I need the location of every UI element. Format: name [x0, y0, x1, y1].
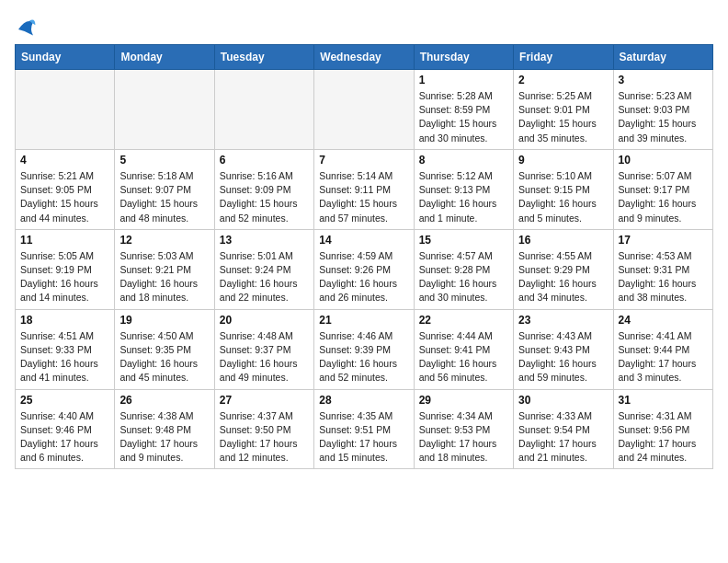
- day-number: 20: [220, 314, 309, 327]
- day-number: 6: [220, 154, 309, 167]
- day-info: Sunrise: 4:34 AM Sunset: 9:53 PM Dayligh…: [419, 409, 508, 465]
- calendar-week-row: 4Sunrise: 5:21 AM Sunset: 9:05 PM Daylig…: [16, 149, 713, 229]
- day-info: Sunrise: 4:53 AM Sunset: 9:31 PM Dayligh…: [619, 249, 708, 305]
- day-info: Sunrise: 4:44 AM Sunset: 9:41 PM Dayligh…: [419, 329, 508, 385]
- calendar-cell: 4Sunrise: 5:21 AM Sunset: 9:05 PM Daylig…: [16, 149, 115, 229]
- day-number: 2: [518, 74, 608, 86]
- day-info: Sunrise: 4:59 AM Sunset: 9:26 PM Dayligh…: [319, 249, 408, 305]
- calendar-cell: [16, 70, 115, 150]
- calendar-cell: 29Sunrise: 4:34 AM Sunset: 9:53 PM Dayli…: [414, 389, 513, 469]
- day-number: 17: [619, 234, 708, 247]
- day-number: 11: [20, 234, 109, 247]
- calendar-cell: 23Sunrise: 4:43 AM Sunset: 9:43 PM Dayli…: [514, 309, 613, 389]
- day-info: Sunrise: 5:03 AM Sunset: 9:21 PM Dayligh…: [119, 249, 209, 305]
- calendar-cell: 25Sunrise: 4:40 AM Sunset: 9:46 PM Dayli…: [16, 389, 115, 469]
- calendar-cell: 30Sunrise: 4:33 AM Sunset: 9:54 PM Dayli…: [514, 389, 613, 469]
- day-info: Sunrise: 5:28 AM Sunset: 8:59 PM Dayligh…: [419, 89, 508, 145]
- day-info: Sunrise: 4:35 AM Sunset: 9:51 PM Dayligh…: [319, 409, 408, 465]
- calendar-cell: 15Sunrise: 4:57 AM Sunset: 9:28 PM Dayli…: [414, 229, 513, 309]
- day-info: Sunrise: 4:48 AM Sunset: 9:37 PM Dayligh…: [220, 329, 309, 385]
- calendar-cell: 27Sunrise: 4:37 AM Sunset: 9:50 PM Dayli…: [214, 389, 313, 469]
- calendar-cell: 14Sunrise: 4:59 AM Sunset: 9:26 PM Dayli…: [314, 229, 414, 309]
- calendar-cell: 24Sunrise: 4:41 AM Sunset: 9:44 PM Dayli…: [613, 309, 712, 389]
- day-info: Sunrise: 4:31 AM Sunset: 9:56 PM Dayligh…: [619, 409, 708, 465]
- calendar-cell: 11Sunrise: 5:05 AM Sunset: 9:19 PM Dayli…: [16, 229, 115, 309]
- day-info: Sunrise: 5:21 AM Sunset: 9:05 PM Dayligh…: [20, 169, 109, 225]
- calendar-cell: 10Sunrise: 5:07 AM Sunset: 9:17 PM Dayli…: [613, 149, 712, 229]
- calendar-cell: 18Sunrise: 4:51 AM Sunset: 9:33 PM Dayli…: [16, 309, 115, 389]
- day-header-wednesday: Wednesday: [314, 45, 414, 70]
- day-info: Sunrise: 4:57 AM Sunset: 9:28 PM Dayligh…: [419, 249, 508, 305]
- day-info: Sunrise: 4:46 AM Sunset: 9:39 PM Dayligh…: [319, 329, 408, 385]
- day-number: 3: [619, 74, 708, 86]
- day-info: Sunrise: 4:33 AM Sunset: 9:54 PM Dayligh…: [518, 409, 608, 465]
- day-info: Sunrise: 5:12 AM Sunset: 9:13 PM Dayligh…: [419, 169, 508, 225]
- day-info: Sunrise: 4:51 AM Sunset: 9:33 PM Dayligh…: [20, 329, 109, 385]
- day-info: Sunrise: 4:50 AM Sunset: 9:35 PM Dayligh…: [119, 329, 209, 385]
- day-number: 10: [619, 154, 708, 167]
- calendar-cell: 21Sunrise: 4:46 AM Sunset: 9:39 PM Dayli…: [314, 309, 414, 389]
- calendar-cell: 16Sunrise: 4:55 AM Sunset: 9:29 PM Dayli…: [514, 229, 613, 309]
- day-number: 13: [220, 234, 309, 247]
- day-number: 22: [419, 314, 508, 327]
- day-header-monday: Monday: [115, 45, 214, 70]
- day-number: 5: [119, 154, 209, 167]
- day-number: 15: [419, 234, 508, 247]
- day-number: 16: [518, 234, 608, 247]
- day-info: Sunrise: 5:14 AM Sunset: 9:11 PM Dayligh…: [319, 169, 408, 225]
- calendar-cell: 2Sunrise: 5:25 AM Sunset: 9:01 PM Daylig…: [514, 70, 613, 150]
- day-number: 18: [20, 314, 109, 327]
- day-number: 28: [319, 394, 408, 407]
- calendar-cell: 20Sunrise: 4:48 AM Sunset: 9:37 PM Dayli…: [214, 309, 313, 389]
- logo-icon: [15, 15, 37, 37]
- day-number: 12: [119, 234, 209, 247]
- day-info: Sunrise: 5:23 AM Sunset: 9:03 PM Dayligh…: [619, 89, 708, 145]
- day-header-sunday: Sunday: [16, 45, 115, 70]
- calendar-cell: 3Sunrise: 5:23 AM Sunset: 9:03 PM Daylig…: [613, 70, 712, 150]
- day-info: Sunrise: 4:43 AM Sunset: 9:43 PM Dayligh…: [518, 329, 608, 385]
- calendar-table: SundayMondayTuesdayWednesdayThursdayFrid…: [15, 44, 713, 469]
- calendar-header-row: SundayMondayTuesdayWednesdayThursdayFrid…: [16, 45, 713, 70]
- day-number: 29: [419, 394, 508, 407]
- day-info: Sunrise: 5:25 AM Sunset: 9:01 PM Dayligh…: [518, 89, 608, 145]
- day-number: 1: [419, 74, 508, 86]
- day-number: 7: [319, 154, 408, 167]
- day-number: 30: [518, 394, 608, 407]
- calendar-cell: 19Sunrise: 4:50 AM Sunset: 9:35 PM Dayli…: [115, 309, 214, 389]
- calendar-week-row: 1Sunrise: 5:28 AM Sunset: 8:59 PM Daylig…: [16, 70, 713, 150]
- day-number: 4: [20, 154, 109, 167]
- calendar-cell: 1Sunrise: 5:28 AM Sunset: 8:59 PM Daylig…: [414, 70, 513, 150]
- day-number: 14: [319, 234, 408, 247]
- calendar-cell: 5Sunrise: 5:18 AM Sunset: 9:07 PM Daylig…: [115, 149, 214, 229]
- day-info: Sunrise: 5:05 AM Sunset: 9:19 PM Dayligh…: [20, 249, 109, 305]
- day-header-friday: Friday: [514, 45, 613, 70]
- day-info: Sunrise: 4:37 AM Sunset: 9:50 PM Dayligh…: [220, 409, 309, 465]
- logo: [15, 15, 40, 37]
- day-number: 23: [518, 314, 608, 327]
- day-info: Sunrise: 5:07 AM Sunset: 9:17 PM Dayligh…: [619, 169, 708, 225]
- calendar-cell: 7Sunrise: 5:14 AM Sunset: 9:11 PM Daylig…: [314, 149, 414, 229]
- day-number: 21: [319, 314, 408, 327]
- day-header-saturday: Saturday: [613, 45, 712, 70]
- day-info: Sunrise: 5:01 AM Sunset: 9:24 PM Dayligh…: [220, 249, 309, 305]
- calendar-week-row: 25Sunrise: 4:40 AM Sunset: 9:46 PM Dayli…: [16, 389, 713, 469]
- calendar-cell: [115, 70, 214, 150]
- page-header: [15, 15, 713, 37]
- day-number: 24: [619, 314, 708, 327]
- day-info: Sunrise: 4:38 AM Sunset: 9:48 PM Dayligh…: [119, 409, 209, 465]
- day-number: 8: [419, 154, 508, 167]
- calendar-cell: 17Sunrise: 4:53 AM Sunset: 9:31 PM Dayli…: [613, 229, 712, 309]
- calendar-cell: 28Sunrise: 4:35 AM Sunset: 9:51 PM Dayli…: [314, 389, 414, 469]
- calendar-cell: 9Sunrise: 5:10 AM Sunset: 9:15 PM Daylig…: [514, 149, 613, 229]
- day-number: 26: [119, 394, 209, 407]
- calendar-cell: [214, 70, 313, 150]
- calendar-cell: 12Sunrise: 5:03 AM Sunset: 9:21 PM Dayli…: [115, 229, 214, 309]
- day-number: 25: [20, 394, 109, 407]
- calendar-cell: 26Sunrise: 4:38 AM Sunset: 9:48 PM Dayli…: [115, 389, 214, 469]
- calendar-cell: [314, 70, 414, 150]
- day-header-thursday: Thursday: [414, 45, 513, 70]
- day-number: 27: [220, 394, 309, 407]
- calendar-week-row: 11Sunrise: 5:05 AM Sunset: 9:19 PM Dayli…: [16, 229, 713, 309]
- day-info: Sunrise: 5:16 AM Sunset: 9:09 PM Dayligh…: [220, 169, 309, 225]
- calendar-cell: 8Sunrise: 5:12 AM Sunset: 9:13 PM Daylig…: [414, 149, 513, 229]
